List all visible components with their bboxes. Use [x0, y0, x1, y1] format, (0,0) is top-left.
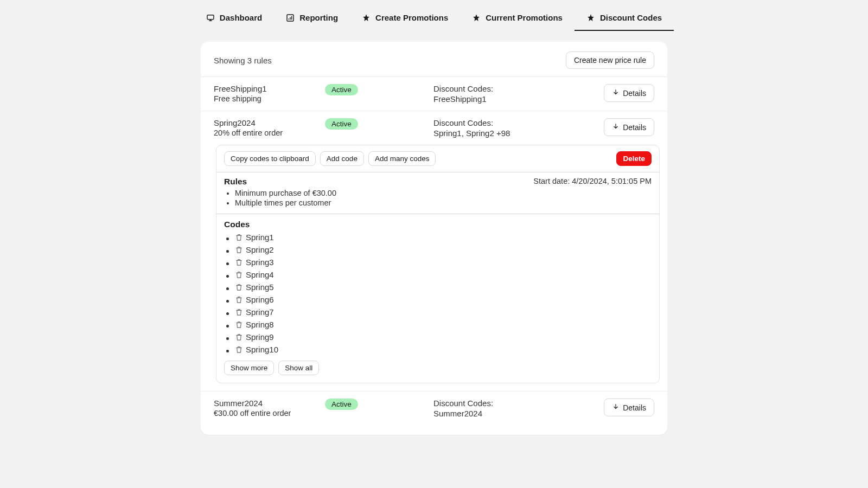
list-item: Spring10 [235, 345, 652, 354]
chart-icon [286, 14, 295, 22]
top-tabs: Dashboard Reporting Create Promotions Cu… [0, 0, 868, 31]
add-code-button[interactable]: Add code [320, 151, 364, 166]
code-text: Spring8 [246, 320, 274, 329]
arrow-down-icon [612, 403, 620, 412]
rule-desc: Free shipping [214, 94, 325, 103]
rule-desc: €30.00 off entire order [214, 409, 325, 418]
rules-card: Showing 3 rules Create new price rule Fr… [201, 42, 667, 435]
rule-name: Spring2024 [214, 118, 325, 127]
trash-icon[interactable] [235, 233, 243, 241]
tab-label: Reporting [299, 13, 338, 22]
arrow-down-icon [612, 123, 620, 132]
list-item: Spring2 [235, 245, 652, 254]
tab-discount-codes[interactable]: Discount Codes [575, 5, 674, 31]
rule-desc: 20% off entire order [214, 129, 325, 137]
tab-label: Create Promotions [375, 13, 448, 22]
star-icon [472, 14, 481, 22]
list-item: Spring5 [235, 282, 652, 292]
rules-list: Minimum purchase of €30.00 Multiple time… [224, 189, 336, 207]
trash-icon[interactable] [235, 296, 243, 304]
code-text: Spring4 [246, 270, 274, 279]
tab-label: Current Promotions [486, 13, 563, 22]
list-item: Spring8 [235, 320, 652, 329]
status-badge: Active [325, 118, 358, 130]
rule-name: Summer2024 [214, 399, 325, 408]
start-date: Start date: 4/20/2024, 5:01:05 PM [533, 177, 652, 185]
star-icon [586, 14, 595, 22]
rule-row: Spring2024 20% off entire order Active D… [201, 111, 667, 145]
codes-list: Spring1Spring2Spring3Spring4Spring5Sprin… [224, 233, 652, 354]
rule-name: FreeShipping1 [214, 84, 325, 93]
trash-icon[interactable] [235, 271, 243, 279]
list-item: Spring7 [235, 307, 652, 317]
codes-value: FreeShipping1 [433, 94, 604, 104]
show-more-button[interactable]: Show more [224, 361, 274, 375]
trash-icon[interactable] [235, 246, 243, 254]
star-icon [362, 14, 371, 22]
tab-current-promotions[interactable]: Current Promotions [460, 5, 575, 31]
list-item: Spring1 [235, 233, 652, 242]
trash-icon[interactable] [235, 345, 243, 354]
list-item: Spring6 [235, 295, 652, 304]
status-badge: Active [325, 399, 358, 410]
svg-rect-0 [207, 15, 214, 19]
tab-label: Discount Codes [600, 13, 662, 22]
details-button[interactable]: Details [604, 399, 654, 416]
tab-create-promotions[interactable]: Create Promotions [350, 5, 460, 31]
rule-row: Summer2024 €30.00 off entire order Activ… [201, 391, 667, 425]
rule-row: FreeShipping1 Free shipping Active Disco… [201, 77, 667, 111]
code-text: Spring1 [246, 233, 274, 242]
code-text: Spring9 [246, 332, 274, 342]
list-item: Spring9 [235, 332, 652, 342]
details-label: Details [623, 123, 646, 132]
list-item: Spring3 [235, 258, 652, 267]
codes-title: Codes [224, 220, 652, 229]
codes-label: Discount Codes: [433, 399, 604, 408]
delete-button[interactable]: Delete [616, 151, 652, 166]
codes-label: Discount Codes: [433, 118, 604, 127]
code-text: Spring2 [246, 245, 274, 254]
codes-value: Spring1, Spring2 +98 [433, 129, 604, 138]
status-badge: Active [325, 84, 358, 95]
monitor-icon [206, 14, 215, 22]
code-text: Spring3 [246, 258, 274, 267]
add-many-codes-button[interactable]: Add many codes [368, 151, 436, 166]
codes-value: Summer2024 [433, 409, 604, 418]
details-button[interactable]: Details [604, 84, 654, 102]
trash-icon[interactable] [235, 258, 243, 266]
rules-title: Rules [224, 177, 336, 187]
details-label: Details [623, 403, 646, 412]
rule-item: Multiple times per customer [235, 198, 336, 207]
create-price-rule-button[interactable]: Create new price rule [566, 52, 654, 69]
code-text: Spring5 [246, 282, 274, 292]
trash-icon[interactable] [235, 308, 243, 316]
trash-icon[interactable] [235, 283, 243, 291]
copy-codes-button[interactable]: Copy codes to clipboard [224, 151, 316, 166]
code-text: Spring7 [246, 307, 274, 317]
showing-count: Showing 3 rules [214, 56, 272, 65]
arrow-down-icon [612, 88, 620, 98]
tab-label: Dashboard [220, 13, 262, 22]
show-all-button[interactable]: Show all [278, 361, 319, 375]
tab-reporting[interactable]: Reporting [274, 5, 350, 31]
rule-item: Minimum purchase of €30.00 [235, 189, 336, 197]
expanded-panel: Copy codes to clipboard Add code Add man… [216, 145, 660, 383]
code-text: Spring6 [246, 295, 274, 304]
trash-icon[interactable] [235, 333, 243, 341]
details-label: Details [623, 89, 646, 98]
codes-label: Discount Codes: [433, 84, 604, 93]
list-item: Spring4 [235, 270, 652, 279]
code-text: Spring10 [246, 345, 278, 354]
details-button[interactable]: Details [604, 118, 654, 136]
tab-dashboard[interactable]: Dashboard [194, 5, 274, 31]
trash-icon[interactable] [235, 320, 243, 329]
